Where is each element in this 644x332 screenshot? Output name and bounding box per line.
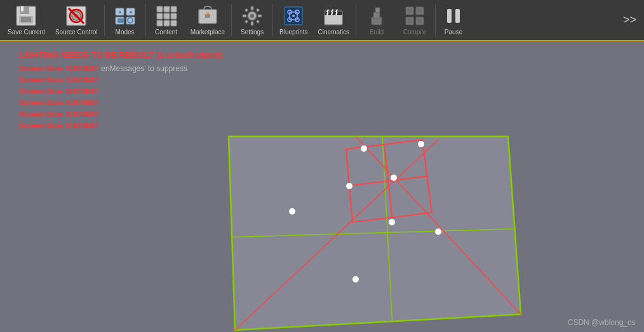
expander-icon: >> xyxy=(623,13,636,27)
save-current-button[interactable]: Save Current xyxy=(3,1,50,39)
svg-rect-66 xyxy=(407,18,412,23)
svg-rect-20 xyxy=(164,13,170,19)
svg-point-29 xyxy=(250,14,254,18)
svg-rect-30 xyxy=(251,6,253,10)
svg-rect-69 xyxy=(455,9,460,23)
content-label: Content xyxy=(155,29,177,36)
separator-2 xyxy=(145,4,146,36)
build-icon xyxy=(365,4,388,27)
svg-rect-36 xyxy=(245,20,248,23)
svg-rect-17 xyxy=(164,6,170,12)
separator-3 xyxy=(231,4,232,36)
toolbar: Save Current Source Control xyxy=(0,0,644,41)
svg-rect-67 xyxy=(417,18,422,23)
svg-rect-65 xyxy=(417,8,422,13)
content-button[interactable]: Content xyxy=(147,1,185,39)
svg-rect-16 xyxy=(157,6,163,12)
compile-button[interactable]: Compile xyxy=(396,1,434,39)
separator-4 xyxy=(272,4,273,36)
modes-icon xyxy=(114,4,137,27)
viewport[interactable]: LIGHTING NEEDS TO BE REBUILT (1 unbuilt … xyxy=(0,41,644,332)
settings-icon xyxy=(241,4,264,27)
svg-rect-21 xyxy=(171,13,177,19)
svg-rect-33 xyxy=(258,15,262,17)
source-control-label: Source Control xyxy=(55,29,98,36)
svg-rect-22 xyxy=(157,20,163,26)
svg-point-27 xyxy=(206,12,209,15)
separator-5 xyxy=(356,4,356,36)
modes-button[interactable]: Modes xyxy=(106,1,144,39)
svg-rect-59 xyxy=(375,8,380,13)
blueprints-label: Blueprints xyxy=(279,29,307,36)
separator-6 xyxy=(435,4,436,36)
scene-canvas xyxy=(0,41,644,332)
cinematics-icon xyxy=(322,4,345,27)
save-current-icon xyxy=(15,4,37,27)
cinematics-button[interactable]: Cinematics xyxy=(313,1,354,39)
svg-rect-24 xyxy=(171,20,177,26)
source-control-button[interactable]: Source Control xyxy=(50,1,103,39)
svg-rect-32 xyxy=(243,15,246,17)
marketplace-label: Marketplace xyxy=(191,29,225,36)
build-label: Build xyxy=(370,29,384,36)
marketplace-button[interactable]: Marketplace xyxy=(185,1,230,39)
compile-icon xyxy=(403,4,426,27)
svg-rect-18 xyxy=(171,6,177,12)
compile-label: Compile xyxy=(403,29,427,36)
svg-rect-31 xyxy=(251,22,253,25)
svg-rect-34 xyxy=(245,8,248,12)
svg-rect-2 xyxy=(21,6,23,11)
svg-rect-35 xyxy=(256,8,260,12)
svg-rect-64 xyxy=(407,8,412,13)
toolbar-expander[interactable]: >> xyxy=(618,0,641,40)
build-button[interactable]: Build xyxy=(358,1,396,39)
svg-rect-19 xyxy=(157,13,163,19)
modes-label: Modes xyxy=(116,29,135,36)
separator-1 xyxy=(104,4,105,36)
content-icon xyxy=(155,4,178,27)
svg-rect-23 xyxy=(164,20,170,26)
source-control-icon xyxy=(65,4,88,27)
svg-rect-37 xyxy=(256,20,260,23)
blueprints-icon xyxy=(282,4,305,27)
pause-button[interactable]: Pause xyxy=(437,1,470,39)
svg-rect-4 xyxy=(21,17,31,22)
svg-rect-68 xyxy=(447,9,452,23)
blueprints-button[interactable]: Blueprints xyxy=(274,1,312,39)
pause-icon xyxy=(442,4,465,27)
marketplace-icon xyxy=(196,4,219,27)
settings-label: Settings xyxy=(241,29,264,36)
cinematics-label: Cinematics xyxy=(318,29,349,36)
save-current-label: Save Current xyxy=(8,29,45,36)
settings-button[interactable]: Settings xyxy=(233,1,271,39)
pause-label: Pause xyxy=(445,29,462,36)
svg-rect-14 xyxy=(117,18,124,23)
svg-point-47 xyxy=(292,15,295,17)
